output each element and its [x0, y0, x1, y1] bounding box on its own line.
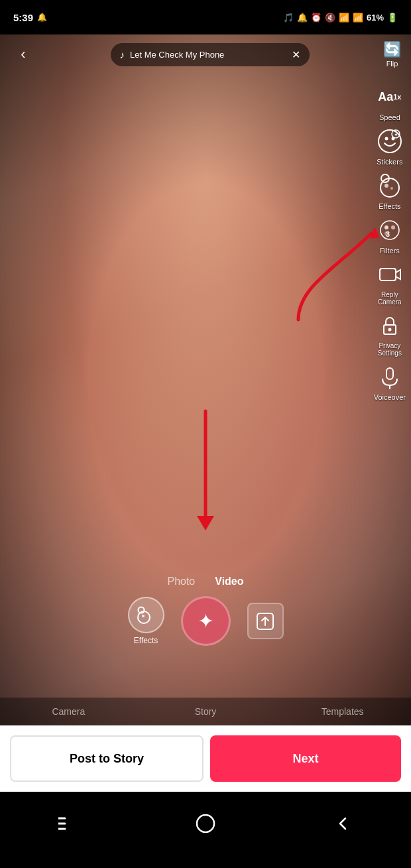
home-icon [196, 814, 215, 834]
filters-label: Filters [380, 247, 400, 255]
camera-controls-row: Effects ✦ [0, 593, 411, 656]
alarm-icon: ⏰ [311, 13, 322, 23]
voiceover-icon [374, 361, 406, 393]
effects-button[interactable]: Effects [128, 597, 164, 645]
signal-icon: 📶 [353, 13, 363, 23]
stickers-tool[interactable]: ✦ Stickers [374, 125, 406, 166]
svg-point-30 [197, 815, 214, 832]
right-toolbar: Aa1x Speed ✦ Stickers [374, 81, 406, 401]
svg-point-24 [142, 615, 145, 617]
sparkle-icon: ✦ [198, 609, 214, 633]
camera-top-bar: ‹ ♪ Let Me Check My Phone ✕ 🔄 Flip [0, 41, 411, 68]
svg-text:✦: ✦ [394, 132, 398, 138]
speed-tool[interactable]: Aa1x Speed [374, 81, 406, 121]
privacy-settings-tool[interactable]: PrivacySettings [374, 310, 406, 357]
reply-camera-icon [374, 259, 406, 290]
upload-icon [256, 612, 274, 631]
notification-icon: 🔔 [297, 13, 308, 23]
stickers-label: Stickers [377, 158, 402, 166]
privacy-label: PrivacySettings [378, 342, 402, 357]
svg-point-7 [384, 184, 388, 188]
svg-marker-15 [396, 270, 400, 279]
status-left: 5:39 🔔 [13, 12, 47, 23]
svg-point-11 [391, 225, 395, 229]
sound-title: Let Me Check My Phone [130, 50, 286, 60]
svg-text:3: 3 [386, 230, 390, 238]
battery-text: 61% [367, 13, 384, 23]
sound-tag[interactable]: ♪ Let Me Check My Phone ✕ [111, 43, 310, 66]
next-button[interactable]: Next [210, 735, 401, 782]
svg-rect-18 [386, 368, 393, 379]
music-icon: 🎵 [283, 13, 294, 23]
shutter-button[interactable]: ✦ [181, 596, 231, 646]
effects-circle-icon [128, 597, 164, 633]
back-icon [335, 816, 351, 832]
phone-home-button[interactable] [189, 807, 222, 840]
video-mode-tab[interactable]: Video [215, 576, 243, 588]
flip-icon: 🔄 [383, 41, 401, 58]
effects-label: Effects [379, 202, 400, 210]
phone-nav-bar [0, 792, 411, 868]
reply-camera-tool[interactable]: ReplyCamera [374, 259, 406, 306]
reply-camera-label: ReplyCamera [378, 291, 402, 306]
music-note-icon: ♪ [120, 49, 125, 60]
svg-point-1 [384, 137, 388, 141]
flip-button[interactable]: 🔄 Flip [383, 41, 401, 68]
svg-point-17 [388, 328, 391, 332]
mute-icon: 🔇 [325, 13, 335, 23]
privacy-icon [374, 310, 406, 341]
voiceover-tool[interactable]: Voiceover [374, 361, 406, 401]
voiceover-label: Voiceover [374, 393, 406, 401]
menu-icon [58, 816, 78, 832]
mode-tabs: Photo Video [0, 569, 411, 593]
status-right: 🎵 🔔 ⏰ 🔇 📶 📶 61% 🔋 [283, 13, 398, 23]
effects-icon [374, 170, 406, 202]
speed-icon: Aa1x [374, 81, 406, 113]
filters-tool[interactable]: 3 Filters [374, 214, 406, 255]
svg-rect-14 [380, 269, 396, 280]
svg-point-10 [384, 225, 388, 229]
status-bar: 5:39 🔔 🎵 🔔 ⏰ 🔇 📶 📶 61% 🔋 [0, 0, 411, 34]
post-to-story-button[interactable]: Post to Story [10, 735, 204, 782]
bottom-actions: Post to Story Next [0, 725, 411, 792]
effects-tool[interactable]: Effects [374, 170, 406, 210]
carrier-icon: 🔔 [37, 13, 47, 22]
nav-tabs-bar: Camera Story Templates [0, 698, 411, 725]
battery-icon: 🔋 [387, 13, 398, 23]
phone-back-button[interactable] [326, 807, 359, 840]
upload-button[interactable] [247, 603, 284, 639]
stickers-icon: ✦ [374, 125, 406, 157]
story-nav-tab[interactable]: Story [137, 698, 274, 725]
speed-label: Speed [379, 113, 400, 121]
filters-icon: 3 [374, 214, 406, 246]
templates-nav-tab[interactable]: Templates [274, 698, 411, 725]
phone-menu-button[interactable] [52, 807, 85, 840]
wifi-icon: 📶 [339, 13, 349, 23]
time: 5:39 [13, 12, 33, 23]
sound-close-icon[interactable]: ✕ [292, 48, 300, 61]
effects-btn-label: Effects [134, 636, 158, 645]
camera-view: ‹ ♪ Let Me Check My Phone ✕ 🔄 Flip Aa1x … [0, 34, 411, 725]
flip-label: Flip [386, 60, 398, 68]
camera-nav-tab[interactable]: Camera [0, 698, 137, 725]
svg-point-8 [390, 187, 393, 190]
back-button[interactable]: ‹ [10, 41, 36, 68]
photo-mode-tab[interactable]: Photo [167, 576, 195, 588]
